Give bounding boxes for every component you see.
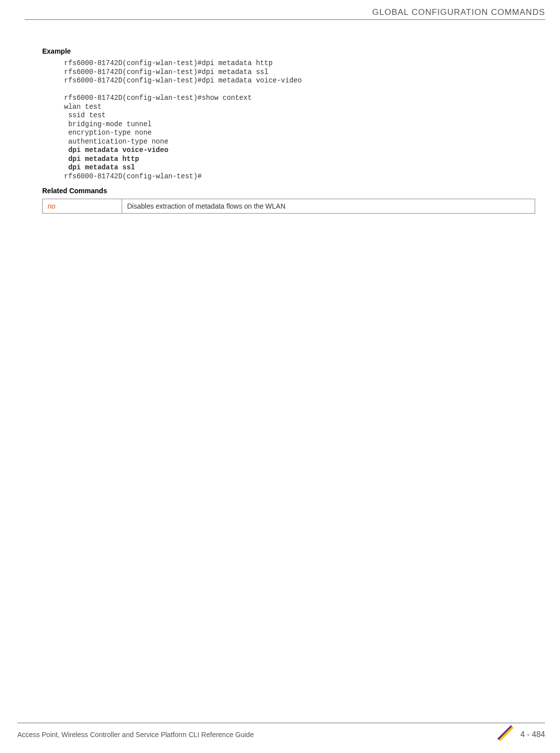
header-title: GLOBAL CONFIGURATION COMMANDS [25,7,545,17]
footer-logo-icon [496,724,513,741]
table-row: no Disables extraction of metadata flows… [43,199,535,214]
code-line: rfs6000-81742D(config-wlan-test)#dpi met… [64,68,269,76]
header-rule [25,19,545,20]
code-line: rfs6000-81742D(config-wlan-test)#dpi met… [64,59,273,67]
svg-line-1 [499,727,513,741]
related-cmd-cell: no [43,199,122,214]
main-content: Example rfs6000-81742D(config-wlan-test)… [42,47,535,214]
svg-line-0 [498,726,512,739]
code-line: wlan test [64,103,102,111]
page-header: GLOBAL CONFIGURATION COMMANDS [25,7,545,20]
code-line: rfs6000-81742D(config-wlan-test)# [64,172,202,180]
footer-doc-title: Access Point, Wireless Controller and Se… [17,731,254,739]
code-line: encryption-type none [64,129,151,137]
code-line-bold: dpi metadata voice-video [64,146,168,154]
code-line: bridging-mode tunnel [64,120,151,128]
code-line: authentication-type none [64,138,168,146]
code-line: rfs6000-81742D(config-wlan-test)#show co… [64,94,252,102]
page-footer: Access Point, Wireless Controller and Se… [17,723,545,743]
example-heading: Example [42,47,535,55]
code-line-bold: dpi metadata ssl [64,163,135,171]
example-code: rfs6000-81742D(config-wlan-test)#dpi met… [64,59,535,181]
code-line: ssid test [64,111,106,119]
related-commands-heading: Related Commands [42,187,535,195]
footer-page-number: 4 - 484 [520,730,545,739]
related-commands-table: no Disables extraction of metadata flows… [42,199,535,214]
code-line: rfs6000-81742D(config-wlan-test)#dpi met… [64,76,302,84]
related-desc-cell: Disables extraction of metadata flows on… [122,199,535,214]
footer-right: 4 - 484 [496,726,545,743]
code-line-bold: dpi metadata http [64,155,139,163]
